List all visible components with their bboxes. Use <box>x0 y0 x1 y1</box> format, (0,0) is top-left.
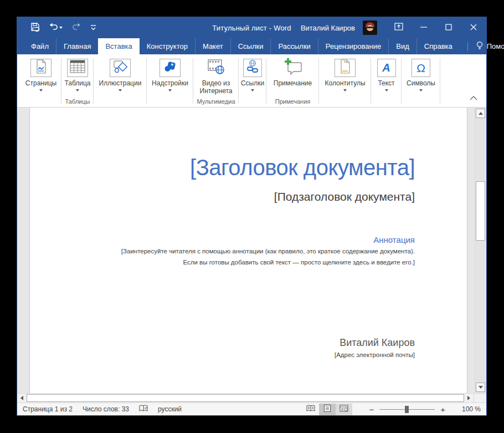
web-layout-button[interactable] <box>336 404 352 415</box>
triangle-down-icon <box>479 386 483 389</box>
word-window: Титульный лист - Word Виталий Каиров Фай… <box>17 17 487 416</box>
avatar[interactable] <box>363 21 377 35</box>
print-layout-button[interactable] <box>319 404 336 415</box>
email-field[interactable]: [Адрес электронной почты] <box>63 351 415 359</box>
add-ins-icon <box>163 60 177 75</box>
ribbon-button-pages[interactable]: Страницы <box>20 54 61 107</box>
tab-layout[interactable]: Макет <box>195 38 230 54</box>
save-icon <box>30 22 40 34</box>
author-field[interactable]: Виталий Каиров <box>63 337 415 349</box>
header-footer-icon <box>339 59 351 76</box>
table-icon <box>70 60 85 75</box>
tab-view[interactable]: Вид <box>388 38 416 54</box>
annotation-paragraph-1[interactable]: [Заинтересуйте читателя с помощью аннота… <box>113 247 415 256</box>
pages-label: Страницы <box>25 79 56 87</box>
tab-file[interactable]: Файл <box>24 38 56 54</box>
zoom-slider[interactable] <box>379 409 435 410</box>
links-icon <box>246 59 259 76</box>
print-layout-icon <box>323 404 331 414</box>
tab-help[interactable]: Справка <box>416 38 460 54</box>
text-icon: A <box>382 62 390 74</box>
vertical-scrollbar-thumb[interactable] <box>476 181 485 241</box>
language-indicator[interactable]: русский <box>158 405 182 413</box>
illustrations-label: Иллюстрации <box>99 79 142 87</box>
document-title-field[interactable]: [Заголовок документа] <box>63 154 415 181</box>
collapse-ribbon-button[interactable] <box>470 93 477 103</box>
ribbon-display-options-button[interactable] <box>386 17 411 38</box>
tab-home[interactable]: Главная <box>56 38 98 54</box>
undo-button[interactable] <box>49 23 63 33</box>
minimize-button[interactable] <box>411 17 436 38</box>
ribbon-button-online-video[interactable]: Видео из Интернета Мультимедиа <box>193 54 239 107</box>
undo-icon <box>49 23 58 33</box>
proofing-status-button[interactable] <box>139 405 148 414</box>
ribbon-button-table[interactable]: Таблица Таблицы <box>61 54 94 107</box>
annotation-heading[interactable]: Аннотация <box>63 235 415 245</box>
minimize-icon <box>420 23 427 33</box>
word-count[interactable]: Число слов: 33 <box>83 405 129 413</box>
ribbon-button-header-footer[interactable]: Колонтитулы <box>319 54 371 107</box>
scroll-left-button[interactable] <box>17 394 27 403</box>
maximize-button[interactable] <box>436 17 461 38</box>
document-page[interactable]: [Заголовок документа] [Подзаголовок доку… <box>29 108 467 393</box>
annotation-paragraph-2[interactable]: Если вы готовы добавить свой текст — про… <box>113 258 415 267</box>
vertical-scrollbar[interactable] <box>474 108 486 393</box>
scrollbar-corner <box>474 394 486 403</box>
illustrations-icon <box>113 60 127 75</box>
scroll-right-button[interactable] <box>464 394 474 403</box>
proofing-book-icon <box>139 405 148 414</box>
symbols-icon: Ω <box>416 62 425 74</box>
group-label-tables: Таблицы <box>61 98 94 105</box>
chevron-down-icon <box>168 89 172 91</box>
redo-icon <box>72 23 81 33</box>
ribbon-button-new-comment[interactable]: Примечание Примечания <box>266 54 319 107</box>
chevron-up-icon <box>470 93 477 102</box>
tab-review[interactable]: Рецензирование <box>318 38 388 54</box>
scroll-up-button[interactable] <box>476 109 485 118</box>
ribbon-display-options-icon <box>394 23 403 33</box>
read-mode-button[interactable] <box>302 404 319 415</box>
quick-access-toolbar <box>17 22 96 34</box>
ribbon-tab-strip: Файл Главная Вставка Конструктор Макет С… <box>17 38 486 54</box>
ribbon-button-symbols[interactable]: Ω Символы <box>402 54 440 107</box>
tab-insert[interactable]: Вставка <box>98 38 139 54</box>
tell-me-assistant-button[interactable]: Помощн <box>476 41 504 52</box>
zoom-slider-thumb[interactable] <box>405 406 409 413</box>
status-bar: Страница 1 из 2 Число слов: 33 русский <box>17 403 486 415</box>
save-button[interactable] <box>30 22 40 34</box>
close-button[interactable] <box>461 17 486 38</box>
tab-references[interactable]: Ссылки <box>230 38 271 54</box>
titlebar: Титульный лист - Word Виталий Каиров <box>17 17 486 38</box>
page-indicator[interactable]: Страница 1 из 2 <box>23 405 73 413</box>
ribbon-button-illustrations[interactable]: Иллюстрации <box>94 54 147 107</box>
chevron-down-icon <box>343 89 347 91</box>
redo-button[interactable] <box>72 23 81 33</box>
new-comment-icon <box>284 58 302 77</box>
horizontal-scrollbar-thumb[interactable] <box>27 394 464 402</box>
online-video-icon <box>207 58 225 77</box>
assistant-label: Помощн <box>487 42 504 50</box>
zoom-level[interactable]: 100 % <box>456 405 481 413</box>
tab-design[interactable]: Конструктор <box>140 38 195 54</box>
document-subtitle-field[interactable]: [Подзаголовок документа] <box>63 190 415 203</box>
customize-quick-access-button[interactable] <box>90 23 96 33</box>
zoom-out-button[interactable]: − <box>366 405 377 414</box>
ribbon-button-add-ins[interactable]: Надстройки <box>147 54 193 107</box>
tab-mailings[interactable]: Рассылки <box>270 38 317 54</box>
chevron-down-icon <box>419 89 423 91</box>
maximize-icon <box>445 23 452 33</box>
ribbon-button-text[interactable]: A Текст <box>371 54 402 107</box>
customize-quick-access-icon <box>90 23 96 33</box>
ribbon-button-links[interactable]: Ссылки <box>239 54 266 107</box>
add-ins-label: Надстройки <box>152 79 188 87</box>
zoom-in-button[interactable]: + <box>437 405 449 414</box>
pages-icon <box>35 59 47 76</box>
scroll-down-button[interactable] <box>476 383 485 392</box>
chevron-down-icon <box>76 89 79 91</box>
account-user-name[interactable]: Виталий Каиров <box>301 24 355 32</box>
horizontal-scrollbar[interactable] <box>17 393 486 403</box>
chevron-down-icon <box>385 89 388 91</box>
document-canvas: [Заголовок документа] [Подзаголовок доку… <box>17 108 486 393</box>
undo-dropdown-arrow-icon[interactable] <box>59 27 63 29</box>
triangle-left-icon <box>20 396 23 400</box>
